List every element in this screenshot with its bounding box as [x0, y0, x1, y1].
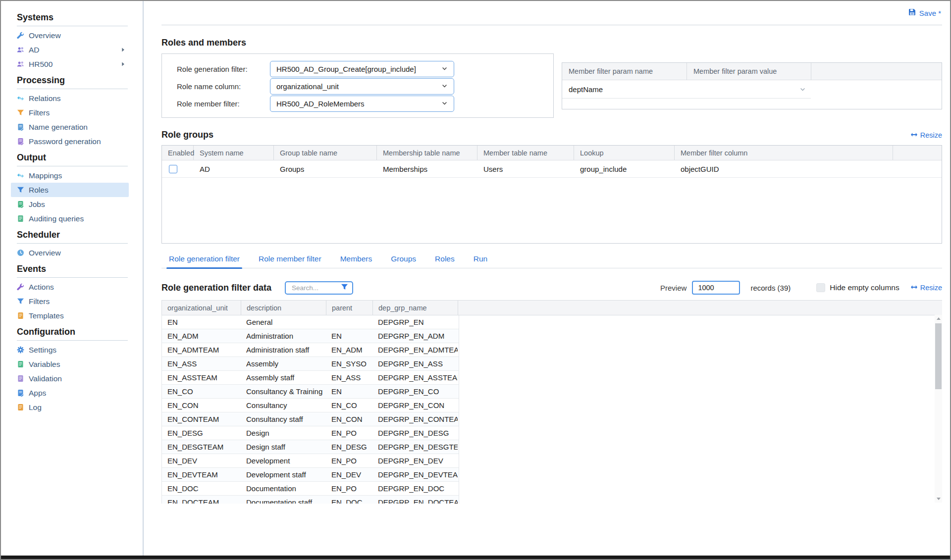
sidebar-item-name-generation[interactable]: Name generation [11, 120, 129, 134]
roles-and-members-title: Roles and members [161, 38, 942, 48]
header-cell-enabled: Enabled [162, 146, 194, 160]
role-group-row[interactable]: ADGroupsMembershipsUsersgroup_includeobj… [162, 160, 942, 178]
sidebar-item-hr500[interactable]: HR500 [11, 57, 129, 71]
main-content: Save * Roles and members Role generation… [146, 1, 950, 556]
sidebar-section-items: RelationsFiltersName generationPassword … [1, 91, 143, 149]
table-row[interactable]: EN_DEVTEAMDevelopment staffEN_DEVDEPGRP_… [162, 468, 459, 482]
hide-empty-columns-checkbox[interactable] [816, 283, 825, 292]
scroll-up-icon[interactable] [935, 315, 942, 322]
sidebar-item-label: AD [29, 46, 40, 54]
cell: EN_DEV [326, 470, 372, 479]
table-row[interactable]: EN_DOCDocumentationEN_PODEPGRP_EN_DOC [162, 482, 459, 496]
role-generation-filter-select[interactable]: HR500_AD_Group_Create[group_include] [270, 61, 454, 77]
sidebar-section-items: MappingsRolesJobsAuditing queries [1, 168, 143, 226]
sidebar-item-password-generation[interactable]: Password generation [11, 134, 129, 149]
table-row[interactable]: EN_ADMTEAMAdministration staffEN_ADMDEPG… [162, 343, 459, 357]
sidebar-item-label: Name generation [29, 123, 88, 132]
sidebar-item-filters[interactable]: Filters [11, 294, 129, 308]
sidebar-item-label: Overview [29, 249, 61, 257]
sidebar-item-actions[interactable]: Actions [11, 280, 129, 294]
cell: EN_ADMTEAM [162, 346, 241, 354]
role-groups-table: EnabledSystem nameGroup table nameMember… [161, 145, 942, 244]
sidebar-item-overview[interactable]: Overview [11, 246, 129, 260]
tab-run[interactable]: Run [473, 255, 488, 268]
cell: EN_CO [162, 387, 241, 396]
role-groups-header: Role groups Resize [161, 130, 942, 140]
table-row[interactable]: ENGeneralDEPGRP_EN [162, 315, 459, 329]
save-button[interactable]: Save * [908, 8, 942, 17]
sidebar-item-relations[interactable]: Relations [11, 91, 129, 105]
sidebar-item-settings[interactable]: Settings [11, 343, 129, 357]
tab-role-member-filter[interactable]: Role member filter [258, 255, 322, 268]
sidebar-item-label: Settings [29, 346, 56, 355]
cell: EN_PO [326, 429, 372, 437]
chevron-down-icon[interactable] [799, 86, 806, 93]
sidebar-item-mappings[interactable]: Mappings [11, 168, 129, 183]
clock-icon [17, 249, 25, 256]
role-name-column-label: Role name column: [177, 82, 270, 91]
param-table-row[interactable]: deptName [562, 80, 942, 99]
table-row[interactable]: EN_DESGTEAMDesign staffEN_DESGDEPGRP_EN_… [162, 440, 459, 454]
sidebar-item-jobs[interactable]: Jobs [11, 197, 129, 211]
tab-role-generation-filter[interactable]: Role generation filter [168, 255, 241, 268]
cell: EN_DOCTEAM [162, 498, 241, 504]
sidebar-item-filters[interactable]: Filters [11, 105, 129, 120]
doc-icon [17, 360, 25, 368]
tab-roles[interactable]: Roles [434, 255, 456, 268]
filter-data-resize-button[interactable]: Resize [910, 284, 942, 292]
table-row[interactable]: EN_ADMAdministrationENDEPGRP_EN_ADM [162, 329, 459, 343]
wrench-icon [17, 283, 25, 291]
sidebar-item-validation[interactable]: Validation [11, 371, 129, 386]
table-row[interactable]: EN_DEVDevelopmentEN_PODEPGRP_EN_DEV [162, 454, 459, 468]
sidebar-item-ad[interactable]: AD [11, 43, 129, 57]
sidebar-item-templates[interactable]: Templates [11, 308, 129, 323]
cell: EN_ADM [326, 346, 372, 354]
table-row[interactable]: EN_CONConsultancyEN_CODEPGRP_EN_CON [162, 399, 459, 412]
cell: EN_DESG [162, 429, 241, 437]
table-row[interactable]: EN_COConsultancy & TrainingENDEPGRP_EN_C… [162, 385, 459, 399]
table-row[interactable]: EN_CONTEAMConsultancy staffEN_CONDEPGRP_… [162, 412, 459, 426]
cell: Documentation [241, 484, 326, 493]
sidebar-item-overview[interactable]: Overview [11, 28, 129, 43]
vertical-scrollbar[interactable] [935, 315, 942, 503]
cell: EN_DESG [326, 443, 372, 451]
cell: group_include [574, 165, 675, 173]
cell: Groups [274, 165, 377, 173]
cell: Administration [241, 332, 326, 340]
cell: Development [241, 457, 326, 465]
enabled-checkbox[interactable] [169, 165, 177, 173]
param-table-header: Member filter param nameMember filter pa… [562, 63, 942, 80]
scroll-down-icon[interactable] [935, 495, 942, 503]
table-row[interactable]: EN_DESGDesignEN_PODEPGRP_EN_DESG [162, 426, 459, 440]
resize-arrows-icon [910, 284, 918, 292]
sidebar-item-label: Validation [29, 374, 62, 383]
search-input[interactable] [291, 284, 341, 292]
table-row[interactable]: EN_ASSAssemblyEN_SYSODEPGRP_EN_ASS [162, 357, 459, 371]
header-cell-group-table-name: Group table name [274, 146, 377, 160]
chevron-right-icon [120, 61, 126, 67]
table-row[interactable]: EN_DOCTEAMDocumentation staffEN_DOCDEPGR… [162, 496, 459, 504]
sidebar-item-auditing-queries[interactable]: Auditing queries [11, 211, 129, 226]
sidebar-item-log[interactable]: Log [11, 400, 129, 414]
sidebar-item-roles[interactable]: Roles [11, 183, 129, 197]
cell: EN [326, 387, 372, 396]
preview-count-input[interactable] [692, 281, 740, 295]
tab-members[interactable]: Members [339, 255, 373, 268]
filter-data-table-header: organizational_unitdescriptionparentdep_… [161, 300, 942, 315]
sidebar-item-apps[interactable]: Apps [11, 386, 129, 400]
sidebar-item-variables[interactable]: Variables [11, 357, 129, 371]
sidebar-section-title-output: Output [17, 153, 128, 162]
tab-groups[interactable]: Groups [390, 255, 417, 268]
role-member-filter-select[interactable]: HR500_AD_RoleMembers [270, 96, 454, 112]
role-name-column-select[interactable]: organizational_unit [270, 78, 454, 95]
role-groups-resize-button[interactable]: Resize [910, 131, 942, 139]
cell: AD [194, 165, 274, 173]
cell: EN_ASS [162, 359, 241, 368]
chevron-down-icon [441, 82, 448, 91]
header-cell-parent: parent [326, 301, 373, 315]
records-count: records (39) [750, 284, 791, 292]
sidebar-item-label: Password generation [29, 137, 101, 146]
scrollbar-thumb[interactable] [935, 323, 942, 389]
table-row[interactable]: EN_ASSTEAMAssembly staffEN_ASSDEPGRP_EN_… [162, 371, 459, 385]
sidebar-section-title-systems: Systems [17, 12, 128, 22]
